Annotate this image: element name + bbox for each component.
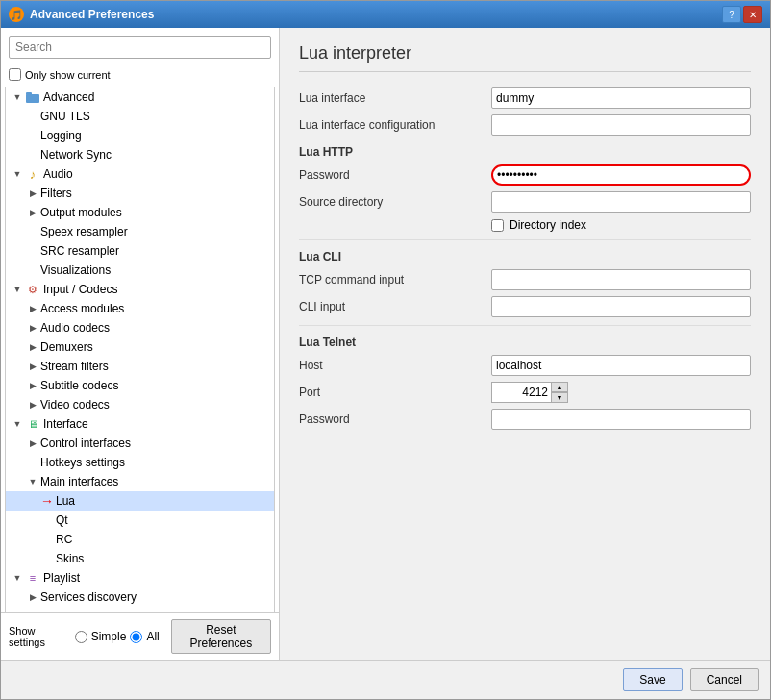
port-up-button[interactable]: ▲: [551, 382, 568, 392]
tree-item-rc-label: RC: [56, 533, 72, 546]
host-input[interactable]: [491, 355, 751, 376]
tree-item-rc[interactable]: RC: [6, 530, 274, 549]
svg-rect-1: [26, 92, 32, 95]
tree-item-controlinterfaces[interactable]: ▶ Control interfaces: [6, 434, 274, 453]
svg-rect-0: [26, 94, 39, 103]
tree-item-audiocodecs[interactable]: ▶ Audio codecs: [6, 318, 274, 338]
host-row: Host: [299, 355, 751, 376]
footer: Save Cancel: [1, 660, 770, 699]
help-button[interactable]: ?: [722, 6, 741, 23]
tree-item-skins[interactable]: Skins: [6, 549, 274, 568]
tree-item-maininterfaces[interactable]: ▼ Main interfaces: [6, 472, 274, 491]
spacer: [25, 147, 40, 162]
spacer: [25, 109, 40, 124]
tree-item-accessmodules[interactable]: ▶ Access modules: [6, 299, 274, 318]
port-down-button[interactable]: ▼: [551, 392, 568, 403]
directory-index-checkbox[interactable]: [491, 219, 504, 232]
tree-item-servicesdiscovery[interactable]: ▶ Services discovery: [6, 588, 274, 607]
tree-item-networksync-label: Network Sync: [40, 148, 112, 162]
tcp-command-input[interactable]: [491, 269, 751, 290]
expand-icon-demuxers: ▶: [25, 339, 40, 355]
tree-item-lua[interactable]: → Lua: [6, 491, 274, 511]
expand-icon-filters: ▶: [25, 186, 40, 201]
lua-interface-input[interactable]: [491, 88, 751, 109]
red-arrow-icon: →: [40, 493, 54, 509]
playlist-icon: ≡: [25, 570, 40, 586]
cli-input-field[interactable]: [491, 296, 751, 317]
expand-icon-subtitlecodecs: ▶: [25, 378, 40, 393]
expand-icon-services: ▶: [25, 589, 40, 605]
tree-item-audio-label: Audio: [43, 167, 73, 181]
tree-item-subtitlecodecs-label: Subtitle codecs: [40, 379, 118, 392]
cli-input-row: CLI input: [299, 296, 751, 317]
password-row: Password: [299, 164, 751, 186]
bottom-panel: Show settings Simple All Reset Preferenc…: [1, 612, 279, 660]
window-title: Advanced Preferences: [30, 8, 154, 21]
tree-item-audio[interactable]: ▼ ♪ Audio: [6, 164, 274, 184]
tree-item-streamfilters[interactable]: ▶ Stream filters: [6, 357, 274, 376]
tree-item-subtitlecodecs[interactable]: ▶ Subtitle codecs: [6, 376, 274, 395]
directory-index-label: Directory index: [510, 218, 586, 232]
tree-item-filters[interactable]: ▶ Filters: [6, 184, 274, 203]
radio-group: Simple All: [75, 630, 160, 643]
password-input[interactable]: [491, 164, 751, 186]
title-buttons: ? ✕: [722, 6, 762, 23]
tree-item-demuxers-label: Demuxers: [40, 340, 93, 354]
tree-item-networksync[interactable]: Network Sync: [6, 145, 274, 164]
tree-item-playlist-label: Playlist: [43, 571, 80, 585]
tree-item-visualizations[interactable]: Visualizations: [6, 261, 274, 280]
tree-item-src[interactable]: SRC resampler: [6, 241, 274, 261]
save-button[interactable]: Save: [623, 668, 682, 691]
port-label: Port: [299, 386, 491, 399]
tree-item-logging-label: Logging: [40, 129, 82, 142]
lua-interface-config-input[interactable]: [491, 114, 751, 136]
tree-item-accessmodules-label: Access modules: [40, 302, 124, 315]
expand-icon-audiocodecs: ▶: [25, 320, 40, 336]
tree-item-inputcodecs[interactable]: ▼ ⚙ Input / Codecs: [6, 280, 274, 299]
expand-icon-audio: ▼: [10, 166, 25, 182]
tree-item-controlinterfaces-label: Control interfaces: [40, 437, 131, 450]
tree-item-qt-label: Qt: [56, 513, 68, 527]
tree-item-speex[interactable]: Speex resampler: [6, 222, 274, 241]
cancel-button[interactable]: Cancel: [690, 668, 759, 691]
tree-item-videocodecs[interactable]: ▶ Video codecs: [6, 395, 274, 414]
only-show-current-checkbox[interactable]: [9, 68, 21, 81]
tree-item-lua-label: Lua: [56, 494, 75, 508]
tree-item-qt[interactable]: Qt: [6, 511, 274, 530]
lua-cli-header: Lua CLI: [299, 250, 751, 263]
port-spinner: ▲ ▼: [491, 382, 568, 403]
lua-interface-row: Lua interface: [299, 88, 751, 109]
tree-container[interactable]: ▼ Advanced GNU TLS Logging Network Syn: [5, 87, 275, 612]
expand-icon-controlinterfaces: ▶: [25, 436, 40, 451]
tree-item-gnutls[interactable]: GNU TLS: [6, 107, 274, 126]
tree-item-advanced[interactable]: ▼ Advanced: [6, 88, 274, 107]
spacer: [40, 532, 56, 547]
source-directory-input[interactable]: [491, 191, 751, 212]
close-button[interactable]: ✕: [743, 6, 762, 23]
tcp-command-input-row: TCP command input: [299, 269, 751, 290]
search-input[interactable]: [9, 36, 271, 59]
tree-item-demuxers[interactable]: ▶ Demuxers: [6, 338, 274, 357]
expand-icon-videocodecs: ▶: [25, 397, 40, 412]
expand-icon-maininterfaces: ▼: [25, 474, 40, 489]
tree-item-logging[interactable]: Logging: [6, 126, 274, 145]
telnet-password-input[interactable]: [491, 409, 751, 430]
tree-item-src-label: SRC resampler: [40, 244, 119, 258]
all-radio[interactable]: [130, 631, 142, 643]
tree-item-playlist[interactable]: ▼ ≡ Playlist: [6, 568, 274, 588]
tree-item-speex-label: Speex resampler: [40, 225, 128, 238]
reset-preferences-button[interactable]: Reset Preferences: [171, 619, 271, 654]
expand-icon-accessmodules: ▶: [25, 301, 40, 316]
lua-interface-label: Lua interface: [299, 91, 491, 105]
simple-label: Simple: [91, 630, 127, 643]
app-icon: 🎵: [9, 7, 24, 22]
tree-item-outputmodules-label: Output modules: [40, 206, 122, 219]
lua-interface-config-row: Lua interface configuration: [299, 114, 751, 136]
tree-item-outputmodules[interactable]: ▶ Output modules: [6, 203, 274, 222]
tree-item-videocodecs-label: Video codecs: [40, 398, 110, 412]
password-field-wrapper: [491, 164, 751, 186]
simple-radio[interactable]: [75, 631, 87, 643]
port-row: Port ▲ ▼: [299, 382, 751, 403]
tree-item-interface[interactable]: ▼ 🖥 Interface: [6, 414, 274, 434]
tree-item-hotkeys[interactable]: Hotkeys settings: [6, 453, 274, 472]
